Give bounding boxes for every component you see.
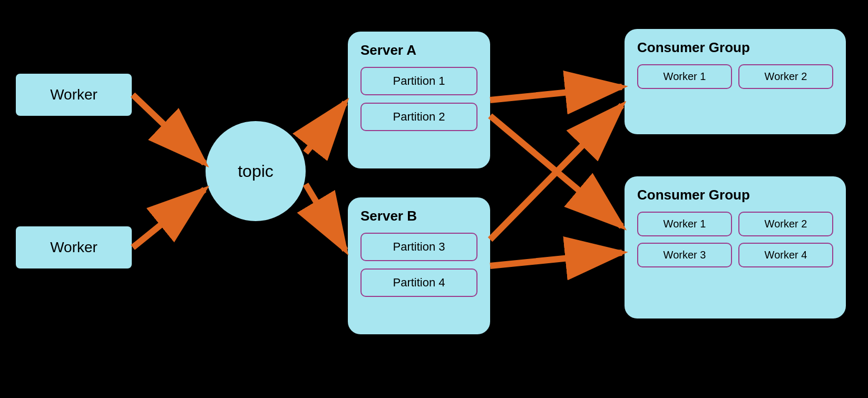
server-a-partition-2: Partition 2 (360, 103, 477, 131)
arrow-server-a-to-cg-top (490, 87, 622, 100)
server-a-title: Server A (360, 42, 477, 58)
server-b-box: Server B Partition 3 Partition 4 (348, 197, 490, 334)
server-b-partition-3: Partition 3 (360, 233, 477, 261)
arrow-worker-bottom-to-topic (133, 190, 204, 247)
cg-bottom-title: Consumer Group (637, 187, 833, 203)
worker-bottom-label: Worker (50, 239, 97, 256)
topic-circle: topic (206, 121, 306, 221)
arrow-server-a-to-cg-bottom (490, 116, 622, 226)
server-a-box: Server A Partition 1 Partition 2 (348, 32, 490, 168)
worker-top-box: Worker (16, 74, 132, 116)
cg-bottom-worker-grid: Worker 1 Worker 2 Worker 3 Worker 4 (637, 212, 833, 267)
arrow-server-b-to-cg-top (490, 105, 622, 240)
worker-top-label: Worker (50, 86, 97, 103)
topic-label: topic (238, 162, 274, 181)
cg-top-worker-1: Worker 1 (637, 64, 732, 89)
arrow-server-b-to-cg-bottom (490, 253, 622, 266)
arrow-worker-top-to-topic (133, 95, 204, 163)
worker-bottom-box: Worker (16, 226, 132, 268)
cg-bottom-worker-4: Worker 4 (738, 243, 833, 267)
consumer-group-bottom-box: Consumer Group Worker 1 Worker 2 Worker … (625, 176, 846, 319)
arrow-topic-to-server-a (306, 103, 345, 153)
server-b-partition-4: Partition 4 (360, 268, 477, 297)
cg-bottom-worker-1: Worker 1 (637, 212, 732, 236)
cg-top-title: Consumer Group (637, 39, 833, 56)
arrow-topic-to-server-b (306, 184, 345, 250)
diagram-container: Worker Worker topic Server A Partition 1… (0, 0, 868, 398)
server-a-partition-1: Partition 1 (360, 67, 477, 95)
server-b-title: Server B (360, 208, 477, 224)
consumer-group-top-box: Consumer Group Worker 1 Worker 2 (625, 29, 846, 134)
cg-top-worker-grid: Worker 1 Worker 2 (637, 64, 833, 89)
cg-bottom-worker-2: Worker 2 (738, 212, 833, 236)
cg-top-worker-2: Worker 2 (738, 64, 833, 89)
cg-bottom-worker-3: Worker 3 (637, 243, 732, 267)
